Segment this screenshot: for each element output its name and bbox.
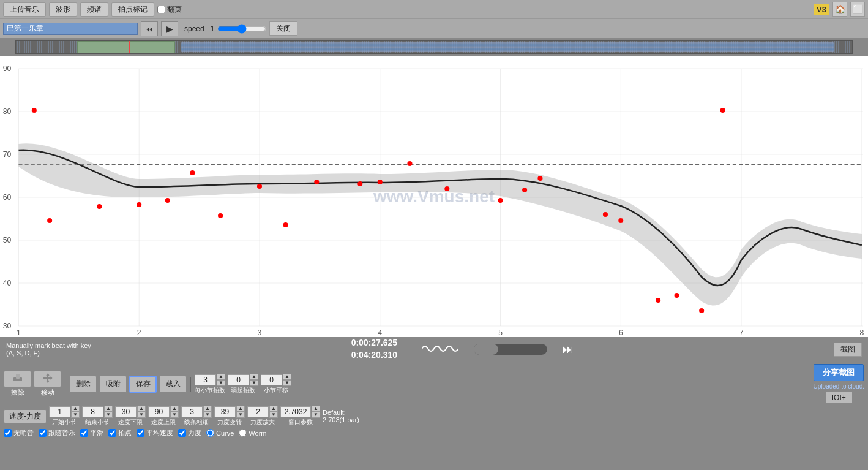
bars-per-section-up[interactable]: ▲ [283, 374, 291, 380]
play-button[interactable]: ▶ [161, 21, 178, 36]
waveform-button[interactable]: 波形 [49, 2, 77, 17]
svg-point-34 [97, 204, 102, 209]
key-hint: (A, S, D, F) [6, 349, 91, 357]
bars-per-section-input[interactable] [261, 374, 282, 385]
svg-rect-59 [16, 374, 20, 379]
track-toolbar: ⏮ ▶ speed 1 关闭 [0, 18, 868, 38]
force-amplify-down[interactable]: ▼ [269, 412, 278, 418]
follow-music-checkbox-label[interactable]: 跟随音乐 [39, 428, 75, 438]
bars-per-section-arrows: ▲ ▼ [283, 374, 291, 386]
bottom-controls: 擦除 移动 删除 吸附 保存 载入 ▲ ▼ 每小 [0, 362, 868, 440]
window-param-down[interactable]: ▼ [312, 412, 320, 418]
window-icon-button[interactable]: ⬜ [850, 2, 865, 17]
window-param-up[interactable]: ▲ [312, 406, 320, 412]
trigger-beats-down[interactable]: ▼ [250, 380, 258, 386]
line-thickness-up[interactable]: ▲ [203, 406, 212, 412]
trigger-beats-input[interactable] [228, 374, 249, 385]
line-thickness-input[interactable] [181, 406, 203, 417]
close-button[interactable]: 关闭 [269, 21, 297, 36]
smooth-checkbox-label[interactable]: 平滑 [80, 428, 103, 438]
beat-mark-button[interactable]: 拍点标记 [111, 2, 154, 17]
erase-button[interactable] [4, 371, 31, 387]
playback-progress[interactable] [474, 344, 547, 355]
speed-lower-up[interactable]: ▲ [137, 406, 146, 412]
curve-radio-label[interactable]: Curve [206, 429, 234, 437]
force-checkbox[interactable] [178, 429, 186, 437]
speed-upper-down[interactable]: ▼ [170, 412, 179, 418]
svg-text:7: 7 [739, 328, 744, 337]
no-noise-checkbox-label[interactable]: 无哨音 [4, 428, 34, 438]
smooth-label: 平滑 [90, 428, 103, 438]
smooth-checkbox[interactable] [80, 429, 88, 437]
svg-point-42 [357, 181, 362, 186]
curve-radio[interactable] [206, 429, 214, 437]
end-bar-input[interactable] [82, 406, 103, 417]
worm-radio[interactable] [239, 429, 247, 437]
trigger-beats-label: 弱起拍数 [231, 386, 255, 395]
main-toolbar: 上传音乐 波形 频谱 拍点标记 翻页 V3 🏠 ⬜ [0, 0, 868, 18]
trigger-beats-up[interactable]: ▲ [250, 374, 258, 380]
speed-force-button[interactable]: 速度-力度 [4, 409, 47, 423]
skip-end-icon[interactable]: ⏭ [563, 343, 574, 356]
divider-1 [65, 377, 65, 392]
line-thickness-down[interactable]: ▼ [203, 412, 212, 418]
spectrum-button[interactable]: 频谱 [80, 2, 108, 17]
home-icon-button[interactable]: 🏠 [832, 2, 847, 17]
curve-label: Curve [216, 430, 234, 437]
load-button[interactable]: 载入 [159, 376, 187, 393]
right-panel: 分享截图 Uploaded to cloud. IOI+ [814, 364, 864, 404]
avg-speed-checkbox-label[interactable]: 平均速度 [137, 428, 173, 438]
avg-speed-checkbox[interactable] [137, 429, 144, 437]
beat-point-checkbox-label[interactable]: 拍点 [108, 428, 132, 438]
force-transform-input[interactable] [214, 406, 236, 417]
start-bar-down[interactable]: ▼ [71, 412, 80, 418]
svg-point-37 [190, 170, 195, 175]
time-display: 0:00:27.625 0:04:20.310 [351, 337, 398, 361]
speed-lower-input[interactable] [115, 406, 137, 417]
end-bar-up[interactable]: ▲ [104, 406, 113, 412]
svg-text:8: 8 [859, 328, 864, 337]
follow-music-checkbox[interactable] [39, 429, 47, 437]
track-name-input[interactable] [3, 23, 138, 35]
delete-button[interactable]: 删除 [69, 376, 97, 393]
save-button[interactable]: 保存 [129, 376, 157, 393]
beat-per-measure-input[interactable] [195, 374, 216, 385]
absorb-button[interactable]: 吸附 [99, 376, 127, 393]
speed-lower-down[interactable]: ▼ [137, 412, 146, 418]
page-flip-checkbox[interactable] [157, 6, 165, 13]
waveform-wave [181, 42, 834, 52]
speed-upper-input[interactable] [148, 406, 170, 417]
speed-upper-up[interactable]: ▲ [170, 406, 179, 412]
beat-point-checkbox[interactable] [108, 429, 116, 437]
screenshot-button[interactable]: 截图 [834, 343, 862, 357]
end-bar-down[interactable]: ▼ [104, 412, 113, 418]
worm-radio-label[interactable]: Worm [239, 429, 266, 437]
share-button[interactable]: 分享截图 [814, 364, 864, 381]
waveform-track[interactable] [15, 40, 853, 54]
beat-per-measure-down[interactable]: ▼ [217, 380, 225, 386]
beat-per-measure-up[interactable]: ▲ [217, 374, 225, 380]
start-bar-up[interactable]: ▲ [71, 406, 80, 412]
no-noise-checkbox[interactable] [4, 429, 12, 437]
ioi-button[interactable]: IOI+ [825, 392, 853, 404]
window-param-input[interactable] [280, 406, 311, 417]
force-checkbox-label[interactable]: 力度 [178, 428, 201, 438]
force-transform-down[interactable]: ▼ [236, 412, 245, 418]
svg-text:60: 60 [3, 193, 12, 202]
main-chart-area[interactable]: www.Vmus.net 90 80 70 60 50 40 30 1 [0, 56, 868, 337]
move-button[interactable] [34, 371, 61, 387]
svg-text:50: 50 [3, 236, 12, 244]
force-amplify-input[interactable] [247, 406, 269, 417]
force-amplify-up[interactable]: ▲ [269, 406, 278, 412]
start-bar-input[interactable] [49, 406, 70, 417]
svg-text:2: 2 [137, 328, 141, 337]
page-flip-checkbox-label[interactable]: 翻页 [157, 4, 182, 15]
prev-button[interactable]: ⏮ [141, 21, 158, 36]
svg-point-52 [675, 293, 679, 298]
bars-per-section-down[interactable]: ▼ [283, 380, 291, 386]
speed-slider[interactable] [217, 24, 266, 34]
svg-text:30: 30 [3, 322, 12, 330]
svg-text:1: 1 [17, 328, 21, 337]
force-transform-up[interactable]: ▲ [236, 406, 245, 412]
upload-music-button[interactable]: 上传音乐 [3, 2, 46, 17]
